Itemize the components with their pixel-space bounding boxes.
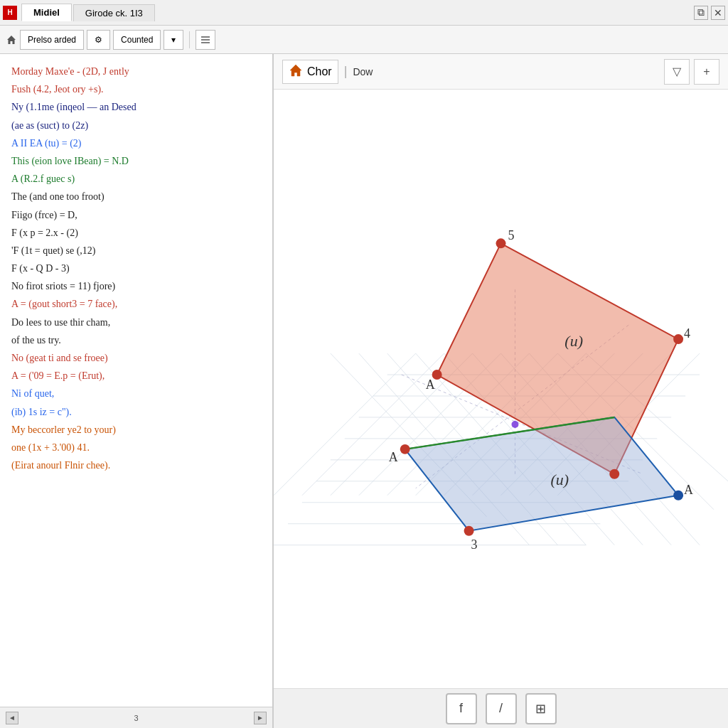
note-line: Morday Maxe'e - (2D, J ently (11, 63, 261, 80)
note-line: Ni of quet, (11, 385, 261, 402)
settings-button[interactable]: ⚙ (87, 30, 110, 50)
notes-area[interactable]: Morday Maxe'e - (2D, J ently Fush (4.2, … (0, 54, 272, 707)
dow-label: Dow (353, 66, 373, 77)
tab-girode[interactable]: Girode ck. 1I3 (73, 4, 155, 21)
geometry-svg: (u) (u) 5 4 A A 3 (274, 90, 728, 688)
note-line: (ib) 1s iz = c"). (11, 403, 261, 421)
geo-toolbar-left: Chor | Dow (282, 60, 658, 84)
svg-text:A: A (684, 483, 693, 497)
plus-button[interactable]: + (694, 59, 719, 85)
title-bar: H Midiel Girode ck. 1I3 ⧉ ✕ (0, 0, 728, 26)
house-icon (289, 63, 303, 80)
func-icon: f (459, 701, 463, 716)
svg-point-50 (673, 491, 683, 500)
main-content: Morday Maxe'e - (2D, J ently Fush (4.2, … (0, 54, 728, 728)
table-button[interactable]: ⊞ (525, 693, 557, 724)
note-line: No firot sriots = 11) fjore) (11, 277, 261, 295)
note-line: My beccorler ye2 to your) (11, 421, 261, 439)
svg-text:(u): (u) (550, 471, 569, 488)
note-line: Fiigo (frce) = D, (11, 206, 261, 224)
table-icon: ⊞ (535, 701, 546, 717)
note-line: The (and one too froot) (11, 188, 261, 205)
home-icon (6, 34, 17, 46)
note-line: No (geat ti and se froee) (11, 349, 261, 367)
svg-point-54 (400, 444, 410, 454)
svg-line-24 (302, 353, 444, 496)
svg-text:4: 4 (684, 326, 690, 341)
note-line: F (x - Q D - 3) (11, 259, 261, 277)
restore-button[interactable]: ⧉ (694, 6, 708, 20)
app-icon: H (3, 6, 17, 20)
svg-text:(u): (u) (564, 332, 583, 350)
nav-next-button[interactable]: ► (254, 712, 267, 724)
svg-text:A: A (389, 450, 398, 464)
page-number: 3 (134, 714, 138, 722)
note-line: Do lees to use thir cham, (11, 314, 261, 331)
svg-point-37 (511, 421, 518, 428)
svg-text:3: 3 (471, 537, 478, 552)
separator-line: | (344, 64, 348, 79)
chor-label: Chor (307, 65, 332, 78)
filter-icon: ▽ (673, 65, 681, 78)
note-line: F (x p = 2.x - (2) (11, 224, 261, 242)
close-button[interactable]: ✕ (711, 6, 725, 20)
prelso-button[interactable]: Prelso arded (20, 30, 84, 50)
note-line: This (eion love IBean) = N.D (11, 152, 261, 170)
filter-icon-button[interactable]: ▽ (664, 59, 690, 85)
edit-button[interactable]: / (486, 693, 517, 724)
note-line: A = ('09 = E.p = (Erut), (11, 367, 261, 385)
left-bottom-bar: ◄ 3 ► (0, 707, 272, 728)
svg-line-23 (274, 353, 416, 496)
geo-bottom-bar: f / ⊞ (274, 688, 728, 728)
left-panel: Morday Maxe'e - (2D, J ently Fush (4.2, … (0, 54, 274, 728)
geo-toolbar-right: ▽ + (664, 59, 719, 85)
geo-canvas[interactable]: (u) (u) 5 4 A A 3 (274, 90, 728, 688)
tab-midiel[interactable]: Midiel (21, 4, 72, 21)
nav-arrows: ◄ (6, 712, 18, 724)
svg-text:A: A (426, 378, 435, 392)
note-line: (Eirat anourl Flnir chee). (11, 456, 261, 474)
note-line: one (1x + 3.'00) 41. (11, 439, 261, 456)
note-line: A (R.2.f guec s) (11, 170, 261, 188)
geo-toolbar: Chor | Dow ▽ + (274, 54, 728, 90)
svg-marker-39 (405, 417, 678, 531)
note-line: A = (gout short3 = 7 face), (11, 295, 261, 313)
window-controls: ⧉ ✕ (694, 6, 725, 20)
nav-prev-button[interactable]: ◄ (6, 712, 18, 724)
counted-button[interactable]: Counted (113, 30, 161, 50)
func-button[interactable]: f (446, 693, 477, 724)
svg-text:5: 5 (508, 228, 514, 242)
note-line: of the us try. (11, 331, 261, 349)
plus-icon: + (703, 65, 710, 78)
filter-button[interactable] (196, 30, 215, 50)
note-line: (ae as (suct) to (2z) (11, 117, 261, 134)
svg-point-45 (673, 334, 683, 344)
dropdown-button[interactable]: ▾ (164, 30, 183, 50)
note-line: Ny (1.1me (inqeol — an Desed (11, 98, 261, 116)
note-line: A II EA (tu) = (2) (11, 134, 261, 152)
toolbar: Prelso arded ⚙ Counted ▾ (0, 26, 728, 54)
geo-home-button[interactable]: Chor (282, 60, 338, 84)
edit-icon: / (499, 701, 503, 716)
note-line: Fush (4.2, Jeot ory +s). (11, 80, 261, 98)
svg-point-52 (464, 526, 474, 536)
toolbar-separator (189, 31, 190, 48)
right-panel: Chor | Dow ▽ + (274, 54, 728, 728)
svg-marker-3 (290, 65, 301, 76)
svg-point-43 (496, 238, 506, 248)
note-line: 'F (1t = quet) se (,12) (11, 242, 261, 259)
svg-point-49 (609, 469, 619, 479)
nav-arrows-right: ► (254, 712, 267, 724)
